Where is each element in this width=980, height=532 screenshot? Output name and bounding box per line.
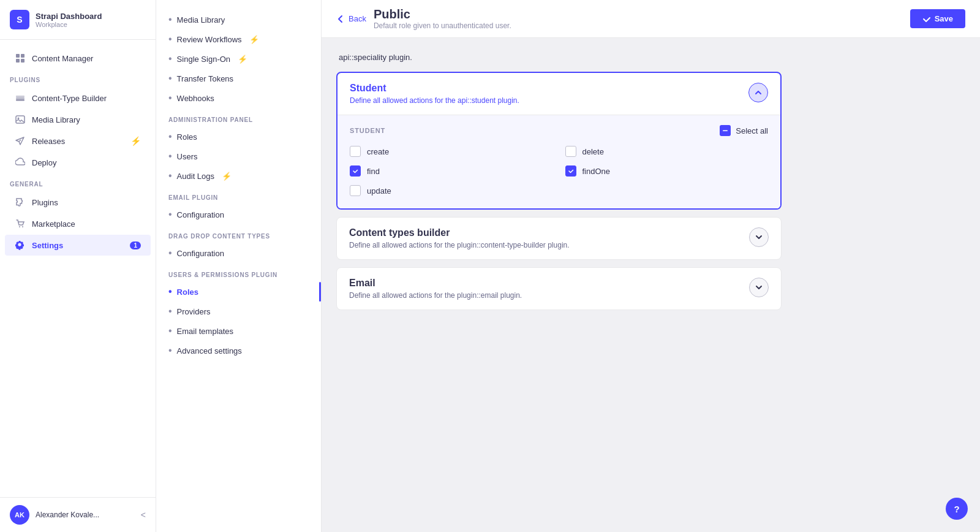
select-all-icon — [720, 125, 731, 136]
right-panel — [794, 53, 965, 517]
delete-checkbox[interactable] — [565, 146, 576, 157]
email-card-desc: Define all allowed actions for the plugi… — [349, 291, 522, 300]
svg-rect-1 — [21, 54, 24, 58]
collapse-icon[interactable]: < — [141, 510, 146, 520]
middle-item-transfer-tokens[interactable]: Transfer Tokens — [156, 69, 321, 88]
checkmark-icon — [922, 15, 931, 23]
permission-create: create — [350, 146, 553, 157]
middle-item-email-config[interactable]: Configuration — [156, 205, 321, 224]
page-subtitle: Default role given to unauthenticated us… — [374, 21, 511, 30]
content-types-card-header[interactable]: Content types builder Define all allowed… — [337, 218, 781, 259]
middle-item-webhooks[interactable]: Webhooks — [156, 88, 321, 108]
email-card-header[interactable]: Email Define all allowed actions for the… — [337, 268, 781, 310]
drag-drop-label: DRAG DROP CONTENT TYPES — [156, 224, 321, 243]
permission-update: update — [350, 185, 553, 196]
permission-findone: findOne — [565, 165, 769, 177]
middle-item-single-sign-on[interactable]: Single Sign-On⚡ — [156, 49, 321, 69]
sidebar-item-releases[interactable]: Releases ⚡ — [5, 131, 151, 151]
find-label: find — [367, 167, 380, 176]
sidebar-item-label: Media Library — [32, 115, 80, 124]
avatar: AK — [10, 505, 29, 525]
student-section-label: STUDENT — [350, 127, 385, 134]
sidebar-item-deploy[interactable]: Deploy — [5, 152, 151, 173]
sidebar-nav: Content Manager PLUGINS Content-Type Bui… — [0, 40, 156, 497]
middle-item-email-templates[interactable]: Email templates — [156, 321, 321, 341]
create-checkbox[interactable] — [350, 146, 361, 157]
sidebar-item-label: Marketplace — [32, 219, 75, 229]
sidebar-footer: AK Alexander Kovale... < — [0, 497, 156, 532]
settings-badge: 1 — [130, 241, 141, 249]
delete-label: delete — [582, 147, 604, 156]
back-button[interactable]: Back — [336, 14, 366, 23]
puzzle-icon — [15, 197, 26, 208]
svg-point-10 — [22, 226, 23, 227]
sidebar-item-label: Content-Type Builder — [32, 94, 107, 103]
svg-rect-2 — [16, 59, 20, 63]
content-types-toggle-btn[interactable] — [749, 227, 769, 247]
email-card-title: Email — [349, 278, 522, 289]
middle-item-advanced-settings[interactable]: Advanced settings — [156, 341, 321, 360]
sidebar-item-label: Releases — [32, 137, 65, 146]
chevron-down-icon — [755, 234, 763, 241]
email-toggle-btn[interactable] — [749, 278, 769, 297]
paper-plane-icon — [15, 135, 26, 146]
arrow-left-icon — [336, 15, 345, 23]
content-types-card-desc: Define all allowed actions for the plugi… — [349, 241, 570, 249]
help-button[interactable]: ? — [946, 498, 968, 520]
sidebar: S Strapi Dashboard Workplace Content Man… — [0, 0, 156, 532]
layers-icon — [15, 93, 26, 104]
sidebar-item-plugins[interactable]: Plugins — [5, 192, 151, 213]
findone-checkbox[interactable] — [565, 165, 576, 177]
update-label: update — [367, 186, 391, 196]
image-icon — [15, 114, 26, 125]
create-label: create — [367, 147, 389, 156]
sidebar-item-label: Plugins — [32, 198, 58, 207]
chevron-down-icon — [755, 284, 763, 291]
sidebar-item-content-manager[interactable]: Content Manager — [5, 48, 151, 69]
middle-item-audit-logs[interactable]: Audit Logs⚡ — [156, 166, 321, 186]
admin-panel-label: ADMINISTRATION PANEL — [156, 108, 321, 127]
sidebar-item-label: Settings — [32, 241, 63, 250]
lightning-icon: ⚡ — [222, 172, 232, 181]
middle-item-roles-users[interactable]: Roles — [156, 282, 321, 302]
middle-item-providers[interactable]: Providers — [156, 302, 321, 321]
save-button[interactable]: Save — [910, 9, 965, 28]
sidebar-item-label: Deploy — [32, 158, 56, 167]
middle-item-media-library[interactable]: •Media Library — [156, 10, 321, 29]
sidebar-item-content-type-builder[interactable]: Content-Type Builder — [5, 88, 151, 108]
chevron-up-icon — [755, 89, 762, 96]
svg-rect-6 — [16, 99, 24, 101]
find-checkbox[interactable] — [350, 165, 361, 177]
middle-item-users[interactable]: Users — [156, 146, 321, 166]
student-permissions-body: STUDENT Select all — [337, 115, 780, 208]
email-card: Email Define all allowed actions for the… — [336, 267, 782, 310]
middle-item-dragdrop-config[interactable]: Configuration — [156, 243, 321, 263]
gear-icon — [15, 240, 26, 251]
svg-rect-11 — [723, 131, 728, 132]
sidebar-item-media-library[interactable]: Media Library — [5, 109, 151, 130]
update-checkbox[interactable] — [350, 185, 361, 196]
svg-rect-0 — [16, 54, 20, 58]
permission-delete: delete — [565, 146, 769, 157]
svg-point-8 — [18, 118, 20, 120]
lightning-icon: ⚡ — [249, 35, 259, 44]
middle-item-review-workflows[interactable]: Review Workflows⚡ — [156, 29, 321, 49]
student-card-desc: Define all allowed actions for the api::… — [350, 96, 519, 105]
select-all-button[interactable]: Select all — [720, 125, 768, 136]
sidebar-item-settings[interactable]: Settings 1 — [5, 235, 151, 256]
permissions-grid: create delete find — [350, 146, 768, 196]
content-scroll: api::speciality plugin. Student Define a… — [322, 38, 980, 532]
student-toggle-btn[interactable] — [748, 83, 768, 102]
footer-username: Alexander Kovale... — [36, 511, 135, 519]
middle-panel: •Media Library Review Workflows⚡ Single … — [156, 0, 322, 532]
middle-item-roles-admin[interactable]: Roles — [156, 127, 321, 146]
findone-label: findOne — [582, 167, 611, 176]
shopping-cart-icon — [15, 218, 26, 229]
sidebar-item-marketplace[interactable]: Marketplace — [5, 213, 151, 234]
general-section-label: GENERAL — [0, 173, 156, 191]
sidebar-header: S Strapi Dashboard Workplace — [0, 0, 156, 40]
sidebar-item-label: Content Manager — [32, 54, 93, 63]
student-card: Student Define all allowed actions for t… — [336, 72, 782, 210]
student-card-header[interactable]: Student Define all allowed actions for t… — [337, 73, 780, 115]
cloud-icon — [15, 157, 26, 168]
